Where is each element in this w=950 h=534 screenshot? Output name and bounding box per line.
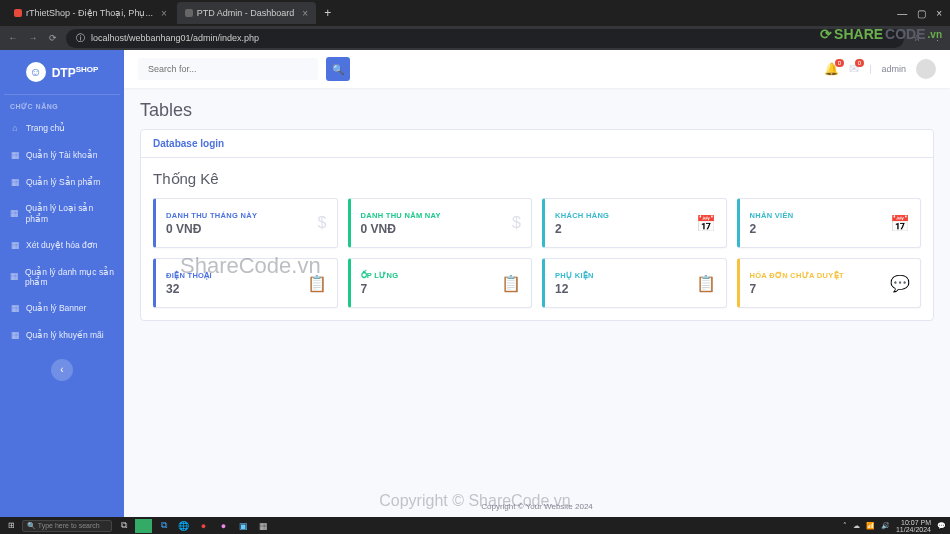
sidebar-item-0[interactable]: ⌂Trang chủ [0, 115, 124, 142]
reload-button[interactable]: ⟳ [46, 33, 60, 43]
sidebar-item-label: Quản lý khuyến mãi [26, 330, 104, 340]
notifications-button[interactable]: 🔔 0 [824, 62, 839, 76]
brand-logo[interactable]: ☺ DTPSHOP [0, 50, 124, 94]
sidebar-item-icon: ▦ [10, 271, 19, 282]
brand-icon: ☺ [26, 62, 46, 82]
sidebar-item-5[interactable]: ▦Quản lý danh mục sản phẩm [0, 259, 124, 295]
username-label: admin [881, 64, 906, 74]
stat-icon: 💬 [890, 274, 910, 293]
sidebar-item-label: Quản lý Loại sản phẩm [26, 203, 114, 223]
watermark-logo: ⟳SHARECODE.vn [820, 26, 942, 42]
browser-tab-bar: rThietShop - Điện Thoại, Phụ... × PTD Ad… [0, 0, 950, 26]
messages-button[interactable]: ✉ 0 [849, 62, 859, 76]
tray-chevron-icon[interactable]: ˄ [843, 522, 847, 530]
sidebar-item-6[interactable]: ▦Quản lý Banner [0, 295, 124, 322]
sidebar-item-label: Trang chủ [26, 123, 65, 133]
stat-card: HÓA ĐƠN CHƯA DUYỆT7💬 [737, 258, 922, 308]
sidebar-item-icon: ▦ [10, 177, 20, 188]
tray-cloud-icon[interactable]: ☁ [853, 522, 860, 530]
sidebar-item-label: Xét duyệt hóa đơn [26, 240, 98, 250]
stat-value: 2 [555, 222, 609, 236]
stat-icon: 📅 [890, 214, 910, 233]
notifications-badge: 0 [835, 59, 844, 67]
stat-value: 7 [361, 282, 399, 296]
stat-label: DANH THU THÁNG NÀY [166, 211, 257, 220]
stats-title: Thống Kê [153, 170, 921, 188]
minimize-button[interactable]: — [897, 8, 907, 19]
browser-tab-0[interactable]: rThietShop - Điện Thoại, Phụ... × [6, 2, 175, 24]
sidebar-toggle-button[interactable]: ‹ [51, 359, 73, 381]
site-info-icon: ⓘ [76, 32, 85, 45]
taskbar-app-1[interactable] [135, 519, 152, 533]
maximize-button[interactable]: ▢ [917, 8, 926, 19]
stat-label: HÓA ĐƠN CHƯA DUYỆT [750, 271, 844, 280]
start-button[interactable]: ⊞ [4, 519, 19, 533]
sidebar-item-icon: ⌂ [10, 123, 20, 134]
new-tab-button[interactable]: + [318, 4, 337, 22]
stat-icon: 📅 [696, 214, 716, 233]
sidebar-item-3[interactable]: ▦Quản lý Loại sản phẩm [0, 195, 124, 231]
url-input[interactable]: ⓘ localhost/webbanhang01/admin/index.php [66, 29, 904, 48]
stat-label: DANH THU NĂM NAY [361, 211, 441, 220]
url-text: localhost/webbanhang01/admin/index.php [91, 33, 259, 43]
sidebar: ☺ DTPSHOP CHỨC NĂNG ⌂Trang chủ▦Quản lý T… [0, 50, 124, 517]
close-window-button[interactable]: × [936, 8, 942, 19]
user-avatar[interactable] [916, 59, 936, 79]
stat-card: ỐP LƯNG7📋 [348, 258, 533, 308]
forward-button[interactable]: → [26, 33, 40, 43]
tray-wifi-icon[interactable]: 📶 [866, 522, 875, 530]
tray-notifications-icon[interactable]: 💬 [937, 522, 946, 530]
sidebar-item-icon: ▦ [10, 150, 20, 161]
windows-taskbar: ⊞ 🔍 Type here to search ⧉ ⧉ 🌐 ● ● ▣ ▦ ˄ … [0, 517, 950, 534]
stat-value: 12 [555, 282, 594, 296]
sidebar-item-7[interactable]: ▦Quản lý khuyến mãi [0, 322, 124, 349]
stat-value: 7 [750, 282, 844, 296]
back-button[interactable]: ← [6, 33, 20, 43]
sidebar-item-label: Quản lý Banner [26, 303, 86, 313]
messages-badge: 0 [855, 59, 864, 67]
stat-icon: 📋 [501, 274, 521, 293]
footer-copyright: Copyright © Your Website 2024 [124, 496, 950, 517]
stat-label: KHÁCH HÀNG [555, 211, 609, 220]
search-icon: 🔍 [332, 64, 344, 75]
stat-icon: $ [512, 214, 521, 232]
stat-card: PHỤ KIỆN12📋 [542, 258, 727, 308]
stat-label: NHÂN VIÊN [750, 211, 794, 220]
sidebar-item-label: Quản lý danh mục sản phẩm [25, 267, 114, 287]
topbar: 🔍 🔔 0 ✉ 0 | admin [124, 50, 950, 88]
taskbar-app-5[interactable]: ▣ [235, 519, 252, 533]
stat-card: ĐIỆN THOẠI32📋 [153, 258, 338, 308]
taskbar-search-input[interactable]: 🔍 Type here to search [22, 520, 112, 532]
taskbar-app-4[interactable]: ● [215, 519, 232, 533]
stat-value: 0 VNĐ [361, 222, 441, 236]
browser-tab-1[interactable]: PTD Admin - Dashboard × [177, 2, 316, 24]
taskbar-clock[interactable]: 10:07 PM 11/24/2024 [896, 519, 931, 533]
taskbar-vscode[interactable]: ⧉ [155, 519, 172, 533]
search-input[interactable] [138, 58, 318, 80]
stat-card: NHÂN VIÊN2📅 [737, 198, 922, 248]
task-view-button[interactable]: ⧉ [115, 519, 132, 533]
taskbar-chrome[interactable]: 🌐 [175, 519, 192, 533]
sidebar-item-4[interactable]: ▦Xét duyệt hóa đơn [0, 232, 124, 259]
tab-close-icon[interactable]: × [302, 8, 308, 19]
browser-address-bar: ← → ⟳ ⓘ localhost/webbanhang01/admin/ind… [0, 26, 950, 50]
sidebar-item-2[interactable]: ▦Quản lý Sản phẩm [0, 169, 124, 196]
taskbar-app-6[interactable]: ▦ [255, 519, 272, 533]
taskbar-app-3[interactable]: ● [195, 519, 212, 533]
sidebar-item-label: Quản lý Tài khoản [26, 150, 97, 160]
stat-value: 0 VNĐ [166, 222, 257, 236]
stat-value: 2 [750, 222, 794, 236]
tab-close-icon[interactable]: × [161, 8, 167, 19]
sidebar-heading: CHỨC NĂNG [0, 95, 124, 115]
sidebar-item-icon: ▦ [10, 330, 20, 341]
sidebar-item-icon: ▦ [10, 240, 20, 251]
stat-icon: 📋 [696, 274, 716, 293]
tray-sound-icon[interactable]: 🔊 [881, 522, 890, 530]
stat-label: ĐIỆN THOẠI [166, 271, 212, 280]
sidebar-item-1[interactable]: ▦Quản lý Tài khoản [0, 142, 124, 169]
sidebar-item-label: Quản lý Sản phẩm [26, 177, 100, 187]
page-title: Tables [140, 100, 934, 121]
search-button[interactable]: 🔍 [326, 57, 350, 81]
stat-card: KHÁCH HÀNG2📅 [542, 198, 727, 248]
sidebar-item-icon: ▦ [10, 208, 20, 219]
